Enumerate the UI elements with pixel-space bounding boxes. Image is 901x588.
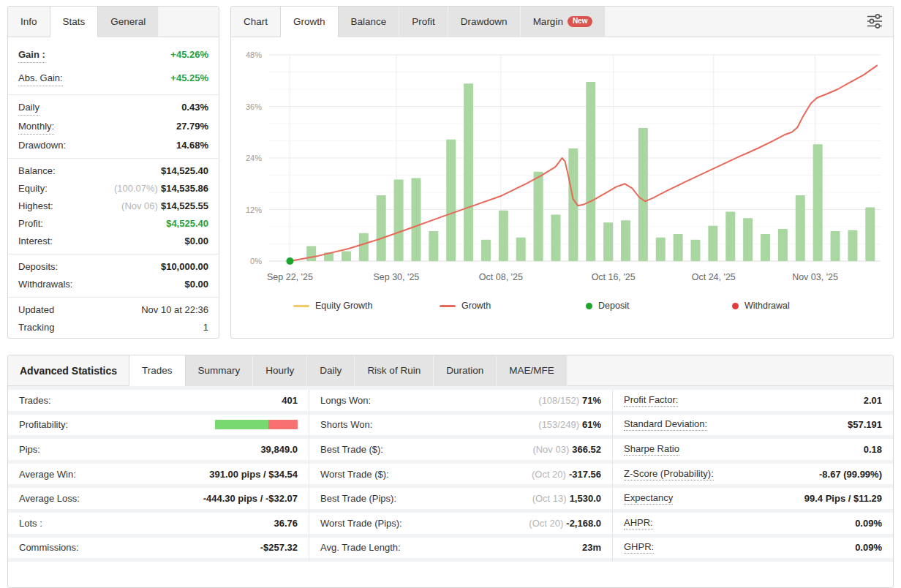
growth-bar[interactable] <box>761 234 770 261</box>
chart-tab-chart[interactable]: Chart <box>231 7 280 37</box>
growth-bar[interactable] <box>342 251 351 261</box>
stat-label-pips: Pips: <box>19 444 40 455</box>
stat-row-equity: Equity:(100.07%)$14,535.86 <box>8 180 219 197</box>
stat-label-best-trade-pips: Best Trade (Pips): <box>320 493 396 504</box>
stat-value-ahpr: 0.09% <box>855 518 882 529</box>
deposit-marker-icon[interactable] <box>286 257 293 265</box>
legend-label-equity-growth: Equity Growth <box>315 301 373 311</box>
stat-row-pips: Pips:39,849.0 <box>8 439 309 464</box>
stat-row-standard-deviation: Standard Deviation:$57.191 <box>613 415 893 440</box>
growth-bar[interactable] <box>674 234 683 261</box>
advanced-tab-risk-of-ruin[interactable]: Risk of Ruin <box>355 355 434 386</box>
growth-bar[interactable] <box>778 229 788 261</box>
advanced-tab-duration[interactable]: Duration <box>434 355 497 386</box>
stat-value-secondary: (153/249) <box>538 419 579 430</box>
stats-tab-stats[interactable]: Stats <box>50 7 99 37</box>
growth-bar[interactable] <box>813 144 823 261</box>
stat-label-expectancy: Expectancy <box>624 492 673 505</box>
chart-tab-label: Margin <box>533 16 563 27</box>
growth-bar[interactable] <box>551 215 560 261</box>
stat-value-deposits: $10,000.00 <box>161 260 208 274</box>
growth-bar[interactable] <box>446 140 456 261</box>
growth-bar[interactable] <box>708 226 717 261</box>
advanced-tab-trades[interactable]: Trades <box>129 355 186 386</box>
advanced-tab-label: MAE/MFE <box>509 365 554 376</box>
growth-bar[interactable] <box>796 195 805 261</box>
growth-bar[interactable] <box>394 179 404 261</box>
stats-tab-label: General <box>110 16 146 27</box>
y-axis-tick: 12% <box>246 206 262 214</box>
chart-settings-button[interactable] <box>865 13 884 31</box>
chart-tab-profit[interactable]: Profit <box>399 7 448 37</box>
growth-bar[interactable] <box>725 211 735 261</box>
advanced-tab-daily[interactable]: Daily <box>307 355 355 386</box>
chart-panel: ChartGrowthBalanceProfitDrawdownMarginNe… <box>230 6 894 339</box>
new-badge: New <box>568 16 593 27</box>
growth-bar[interactable] <box>743 218 753 261</box>
growth-bar[interactable] <box>865 208 875 261</box>
advanced-tab-hourly[interactable]: Hourly <box>253 355 307 386</box>
growth-bar[interactable] <box>429 231 438 261</box>
chart-tab-drawdown[interactable]: Drawdown <box>448 7 521 37</box>
stat-label-shorts-won: Shorts Won: <box>320 419 372 430</box>
chart-tabbar: ChartGrowthBalanceProfitDrawdownMarginNe… <box>231 7 893 37</box>
growth-bar[interactable] <box>516 238 526 261</box>
chart-tab-label: Balance <box>351 16 387 27</box>
stats-tab-info[interactable]: Info <box>8 7 50 37</box>
growth-bar[interactable] <box>691 240 701 261</box>
stat-label-highest: Highest: <box>18 200 53 213</box>
growth-bar[interactable] <box>306 246 316 261</box>
stat-row-deposits: Deposits:$10,000.00 <box>8 258 219 276</box>
growth-bar[interactable] <box>359 233 369 261</box>
profitability-bar <box>215 420 298 429</box>
stat-row-tracking: Tracking1 <box>8 319 219 336</box>
stat-row-sharpe-ratio: Sharpe Ratio0.18 <box>613 439 893 464</box>
legend-item-growth[interactable]: Growth <box>440 301 586 311</box>
stat-label-equity: Equity: <box>18 182 48 195</box>
advanced-tab-summary[interactable]: Summary <box>186 355 254 386</box>
stat-label-monthly: Monthly: <box>18 120 54 135</box>
growth-chart[interactable]: 0%12%24%36%48%Sep 22, '25Sep 30, '25Oct … <box>234 42 890 290</box>
growth-bar[interactable] <box>848 230 857 261</box>
stat-label-best-trade: Best Trade ($): <box>320 444 383 455</box>
y-axis-tick: 0% <box>250 257 262 265</box>
stat-value-monthly: 27.79% <box>176 120 208 133</box>
growth-bar[interactable] <box>638 128 648 261</box>
stat-row-trades: Trades:401 <box>8 390 309 415</box>
legend-label-growth: Growth <box>461 301 491 311</box>
stat-label-balance: Balance: <box>18 165 56 178</box>
growth-bar[interactable] <box>621 220 630 261</box>
growth-bar[interactable] <box>499 211 508 261</box>
legend-item-withdrawal[interactable]: Withdrawal <box>732 301 790 311</box>
profitability-bar-wins <box>215 420 268 429</box>
growth-bar[interactable] <box>534 172 543 261</box>
stat-label-gain: Gain : <box>18 48 45 63</box>
stat-value-z-score-probability: -8.67 (99.99%) <box>819 469 882 480</box>
growth-bar[interactable] <box>831 231 840 261</box>
x-axis-tick: Oct 24, '25 <box>692 272 736 282</box>
stat-value-daily: 0.43% <box>181 101 208 114</box>
growth-bar[interactable] <box>464 83 473 261</box>
growth-bar[interactable] <box>656 238 666 261</box>
growth-bar[interactable] <box>377 195 386 261</box>
chart-tab-balance[interactable]: Balance <box>339 7 400 37</box>
stat-label-daily: Daily <box>18 101 39 116</box>
legend-label-withdrawal: Withdrawal <box>744 301 790 311</box>
advanced-tab-mae-mfe[interactable]: MAE/MFE <box>497 355 568 386</box>
x-axis-tick: Sep 22, '25 <box>267 272 313 282</box>
growth-bar[interactable] <box>411 178 421 261</box>
stat-label-tracking: Tracking <box>18 321 54 334</box>
x-axis-tick: Oct 08, '25 <box>479 272 523 282</box>
legend-item-deposit[interactable]: Deposit <box>586 301 732 311</box>
stat-row-worst-trade-pips: Worst Trade (Pips):(Oct 20)-2,168.0 <box>309 513 612 538</box>
chart-tab-growth[interactable]: Growth <box>280 7 339 37</box>
growth-bar[interactable] <box>481 240 491 261</box>
growth-bar[interactable] <box>603 222 613 261</box>
stat-row-best-trade: Best Trade ($):(Nov 03)366.52 <box>309 439 612 464</box>
legend-label-deposit: Deposit <box>598 301 629 311</box>
chart-tab-margin[interactable]: MarginNew <box>521 7 606 37</box>
growth-bar[interactable] <box>586 82 595 261</box>
stats-tab-general[interactable]: General <box>98 7 159 37</box>
legend-item-equity-growth[interactable]: Equity Growth <box>293 301 440 311</box>
stat-row-worst-trade: Worst Trade ($):(Oct 20)-317.56 <box>309 464 612 489</box>
